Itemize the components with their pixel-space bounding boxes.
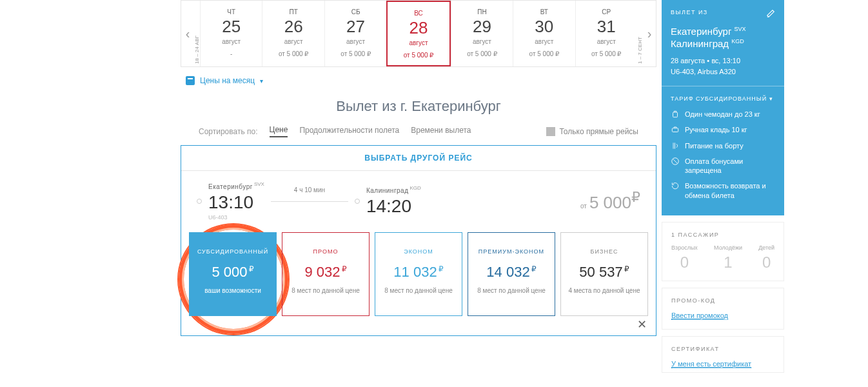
date-range-left: 18 – 24 АВГ (194, 1, 200, 66)
chevron-down-icon: ▾ (260, 77, 263, 84)
fare-tile-biz[interactable]: БИЗНЕС50 537₽4 места по данной цене (560, 232, 648, 316)
sidebar-summary: ВЫЛЕТ ИЗ Екатеринбург SVX Калининград KG… (662, 0, 784, 215)
tariff-feature: Оплата бонусами запрещена (671, 157, 775, 175)
departure-block: ЕкатеринбургSVX 13:10 U6-403 (208, 181, 264, 221)
date-prev-arrow[interactable]: ‹ (181, 1, 194, 66)
date-cell[interactable]: ВТ30августот 5 000 ₽ (513, 1, 575, 66)
dot-icon (355, 199, 360, 204)
svg-rect-0 (673, 112, 678, 117)
month-prices-link[interactable]: Цены на месяц ▾ (181, 67, 656, 94)
promo-panel: ПРОМО-КОД Ввести промокод (662, 288, 784, 330)
flight-card: ВЫБРАТЬ ДРУГОЙ РЕЙС ЕкатеринбургSVX 13:1… (181, 145, 656, 336)
checkbox-icon (546, 127, 555, 136)
promo-code-link[interactable]: Ввести промокод (671, 312, 728, 320)
feature-icon (671, 110, 680, 119)
fare-tile-sub[interactable]: СУБСИДИРОВАННЫЙ5 000₽ваши возможности (189, 232, 277, 316)
date-cell[interactable]: ВС28августот 5 000 ₽ (386, 1, 450, 66)
close-icon[interactable]: ✕ (637, 317, 647, 332)
certificate-link[interactable]: У меня есть сертификат (671, 360, 751, 368)
tariff-feature: Возможность возврата и обмена билета (671, 181, 775, 200)
pax-col: Молодёжи1 (714, 244, 742, 272)
edit-icon[interactable] (766, 9, 775, 19)
feature-icon (671, 141, 680, 150)
feature-icon (671, 157, 680, 166)
from-price: от 5 000₽ (580, 189, 640, 213)
svg-rect-1 (672, 128, 678, 132)
sort-by-time[interactable]: Времени вылета (411, 126, 471, 137)
date-cell[interactable]: СБ27августот 5 000 ₽ (324, 1, 386, 66)
feature-icon (671, 181, 680, 190)
dot-icon (197, 199, 202, 204)
sort-bar: Сортировать по: Цене Продолжительности п… (181, 125, 656, 145)
tariff-feature: Ручная кладь 10 кг (671, 125, 775, 134)
page-title: Вылет из г. Екатеринбург (181, 94, 656, 125)
flight-row: ЕкатеринбургSVX 13:10 U6-403 4 ч 10 мин … (181, 171, 656, 221)
date-next-arrow[interactable]: › (643, 1, 656, 66)
pax-col: Взрослых0 (671, 244, 698, 272)
sort-by-price[interactable]: Цене (270, 125, 288, 137)
passengers-panel: 1 ПАССАЖИР Взрослых0Молодёжи1Детей0 (662, 222, 784, 281)
direct-only-toggle[interactable]: Только прямые рейсы (546, 127, 638, 136)
fare-tile-prem[interactable]: ПРЕМИУМ-ЭКОНОМ14 032₽8 мест по данной це… (468, 232, 555, 316)
arrival-block: КалининградKGD 14:20 (366, 185, 421, 217)
date-cell[interactable]: ЧТ25август- (200, 1, 262, 66)
sort-by-duration[interactable]: Продолжительности полета (299, 126, 399, 137)
date-cell[interactable]: ПТ26августот 5 000 ₽ (262, 1, 324, 66)
flight-line: 4 ч 10 мин (271, 192, 348, 211)
date-range-right: 1 – 7 СЕНТ (637, 1, 643, 66)
date-cell[interactable]: ПН29августот 5 000 ₽ (451, 1, 513, 66)
feature-icon (671, 125, 680, 134)
fare-tile-promo[interactable]: ПРОМО9 032₽8 мест по данной цене (282, 232, 370, 316)
date-cell[interactable]: СР31августот 5 000 ₽ (575, 1, 637, 66)
calendar-icon (186, 76, 195, 85)
tariff-feature: Один чемодан до 23 кг (671, 110, 775, 119)
tariff-feature: Питание на борту (671, 141, 775, 150)
choose-other-flight-button[interactable]: ВЫБРАТЬ ДРУГОЙ РЕЙС (181, 146, 656, 171)
pax-col: Детей0 (758, 244, 774, 272)
tariff-dropdown[interactable]: ТАРИФ СУБСИДИРОВАННЫЙ ▾ (671, 95, 775, 102)
date-bar: ‹ 18 – 24 АВГ ЧТ25август-ПТ26августот 5 … (181, 0, 656, 67)
fare-tile-econom[interactable]: ЭКОНОМ11 032₽8 мест по данной цене (375, 232, 462, 316)
certificate-panel: СЕРТИФИКАТ У меня есть сертификат (662, 336, 784, 373)
